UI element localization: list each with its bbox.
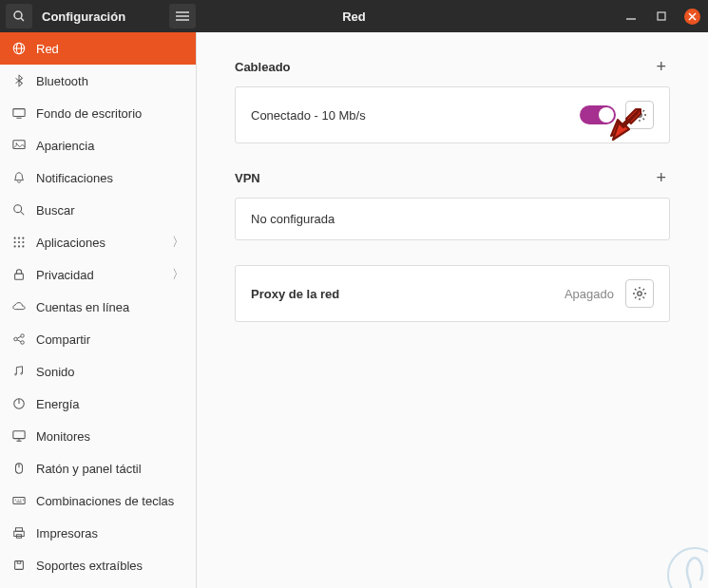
sidebar-label: Compartir: [36, 332, 90, 347]
minimize-button[interactable]: [623, 9, 639, 24]
sidebar-label: Buscar: [36, 203, 74, 218]
svg-point-22: [18, 241, 20, 243]
svg-point-29: [21, 334, 25, 338]
sidebar-label: Cuentas en línea: [36, 300, 129, 314]
sidebar-item-aplicaciones[interactable]: Aplicaciones〉: [0, 226, 196, 258]
proxy-settings-button[interactable]: [625, 279, 654, 308]
sidebar-item-fondo[interactable]: Fondo de escritorio: [0, 97, 196, 129]
svg-point-0: [14, 11, 22, 19]
vpn-section-title: VPN: [235, 171, 260, 185]
close-button[interactable]: [684, 9, 700, 25]
wired-toggle[interactable]: [580, 105, 616, 124]
proxy-status: Apagado: [564, 287, 614, 301]
svg-point-26: [22, 245, 24, 247]
sidebar-label: Red: [36, 42, 59, 56]
svg-rect-6: [658, 12, 665, 20]
hamburger-button[interactable]: [169, 4, 196, 28]
svg-point-28: [14, 337, 18, 341]
svg-rect-49: [15, 561, 24, 570]
keyboard-icon: [11, 494, 27, 507]
sidebar-item-compartir[interactable]: Compartir: [0, 323, 196, 355]
sidebar-item-apariencia[interactable]: Apariencia: [0, 129, 196, 161]
sidebar-label: Sonido: [36, 365, 74, 379]
svg-point-25: [18, 245, 20, 247]
svg-point-24: [14, 245, 16, 247]
gear-icon: [632, 107, 647, 123]
search-icon: [11, 203, 27, 217]
sidebar-item-buscar[interactable]: Buscar: [0, 194, 196, 226]
main-panel: Cableado + Conectado - 10 Mb/s VPN + No …: [197, 32, 708, 588]
svg-rect-47: [14, 531, 25, 536]
sidebar-item-notificaciones[interactable]: Notificaciones: [0, 161, 196, 194]
sidebar-label: Aplicaciones: [36, 236, 105, 250]
svg-line-31: [17, 336, 21, 338]
svg-rect-40: [13, 498, 25, 504]
svg-point-44: [23, 500, 24, 501]
sidebar-label: Bluetooth: [36, 74, 88, 88]
vpn-status: No configurada: [251, 212, 654, 226]
proxy-row[interactable]: Proxy de la red Apagado: [235, 265, 670, 322]
svg-point-16: [14, 205, 22, 213]
appearance-icon: [11, 139, 27, 152]
svg-point-21: [14, 241, 16, 243]
sidebar-item-teclas[interactable]: Combinaciones de teclas: [0, 484, 196, 517]
sidebar-item-soportes[interactable]: Soportes extraíbles: [0, 549, 196, 581]
titlebar: Configuración Red: [0, 0, 708, 32]
sidebar-label: Combinaciones de teclas: [36, 494, 174, 508]
add-wired-button[interactable]: +: [652, 57, 670, 77]
app-title: Configuración: [42, 9, 125, 24]
svg-rect-50: [17, 561, 21, 564]
search-button[interactable]: [6, 4, 32, 28]
svg-point-19: [18, 237, 20, 239]
sidebar-item-sonido[interactable]: Sonido: [0, 355, 196, 388]
cloud-icon: [11, 300, 27, 313]
chevron-right-icon: 〉: [172, 266, 184, 283]
sidebar-label: Monitores: [36, 429, 90, 444]
svg-rect-12: [13, 109, 25, 117]
bluetooth-icon: [11, 74, 27, 87]
removable-icon: [11, 559, 27, 572]
sidebar: Red Bluetooth Fondo de escritorio Aparie…: [0, 32, 197, 588]
sidebar-item-red[interactable]: Red: [0, 32, 196, 65]
sidebar-label: Notificaciones: [36, 171, 113, 185]
sidebar-item-raton[interactable]: Ratón y panel táctil: [0, 452, 196, 484]
sidebar-label: Soportes extraíbles: [36, 559, 143, 573]
svg-rect-35: [13, 431, 25, 439]
maximize-button[interactable]: [654, 9, 669, 24]
sidebar-label: Ratón y panel táctil: [36, 462, 142, 476]
sidebar-item-impresoras[interactable]: Impresoras: [0, 517, 196, 549]
svg-line-17: [21, 212, 25, 216]
sidebar-item-energia[interactable]: Energía: [0, 388, 196, 420]
sidebar-item-bluetooth[interactable]: Bluetooth: [0, 65, 196, 97]
gear-icon: [632, 286, 647, 301]
sidebar-label: Fondo de escritorio: [36, 106, 142, 121]
wired-section-title: Cableado: [235, 60, 291, 74]
svg-point-18: [14, 237, 16, 239]
hamburger-icon: [176, 11, 189, 21]
chevron-right-icon: 〉: [172, 234, 184, 251]
mouse-icon: [11, 462, 27, 475]
sidebar-item-monitores[interactable]: Monitores: [0, 420, 196, 452]
wired-settings-button[interactable]: [625, 101, 654, 129]
bell-icon: [11, 171, 27, 184]
music-icon: [11, 365, 27, 378]
svg-point-42: [18, 500, 19, 501]
lock-icon: [11, 268, 27, 281]
svg-rect-46: [16, 528, 23, 532]
sidebar-item-privacidad[interactable]: Privacidad〉: [0, 258, 196, 291]
svg-line-32: [17, 340, 21, 342]
proxy-title: Proxy de la red: [251, 287, 564, 301]
sidebar-label: Impresoras: [36, 526, 98, 541]
share-icon: [11, 332, 27, 346]
page-title: Red: [342, 9, 366, 24]
vpn-row: No configurada: [235, 198, 670, 240]
svg-line-1: [21, 18, 24, 21]
add-vpn-button[interactable]: +: [652, 168, 670, 188]
sidebar-item-cuentas[interactable]: Cuentas en línea: [0, 291, 196, 323]
printer-icon: [11, 526, 27, 540]
svg-point-52: [638, 292, 641, 295]
svg-rect-27: [15, 274, 24, 279]
wired-status: Conectado - 10 Mb/s: [251, 108, 580, 123]
grid-icon: [11, 236, 27, 249]
monitor-icon: [11, 429, 27, 443]
